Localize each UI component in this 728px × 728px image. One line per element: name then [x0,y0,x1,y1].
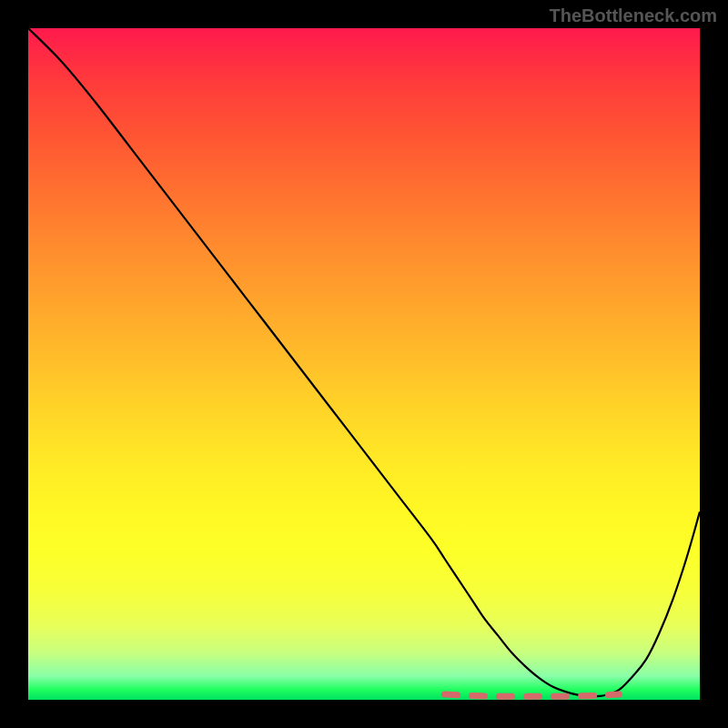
chart-plot-area [28,28,700,700]
watermark-text: TheBottleneck.com [550,5,717,26]
chart-svg [28,28,700,700]
highlighted-range-path [445,694,620,696]
main-curve-path [28,28,700,696]
